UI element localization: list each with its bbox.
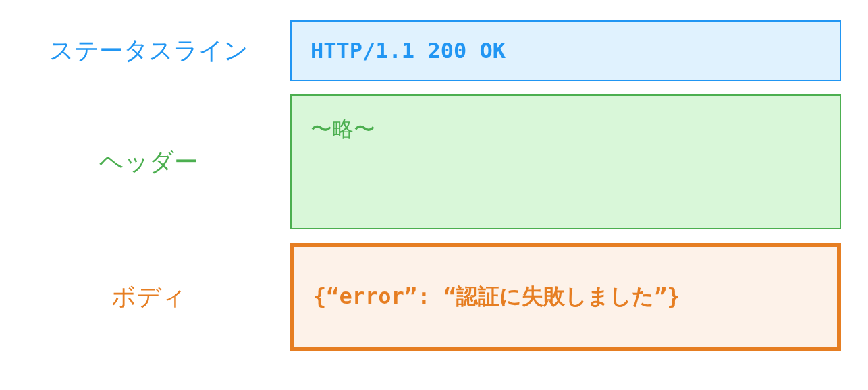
status-line-box: HTTP/1.1 200 OK	[290, 20, 841, 81]
body-label: ボディ	[27, 281, 270, 314]
body-row: ボディ {“error”: “認証に失敗しました”}	[27, 243, 841, 351]
header-label: ヘッダー	[27, 146, 270, 179]
body-box: {“error”: “認証に失敗しました”}	[290, 243, 841, 351]
status-line-label: ステータスライン	[27, 34, 270, 67]
header-box: 〜略〜	[290, 94, 841, 229]
status-line-row: ステータスライン HTTP/1.1 200 OK	[27, 20, 841, 81]
http-response-diagram: ステータスライン HTTP/1.1 200 OK ヘッダー 〜略〜 ボディ {“…	[27, 20, 841, 351]
header-row: ヘッダー 〜略〜	[27, 94, 841, 229]
